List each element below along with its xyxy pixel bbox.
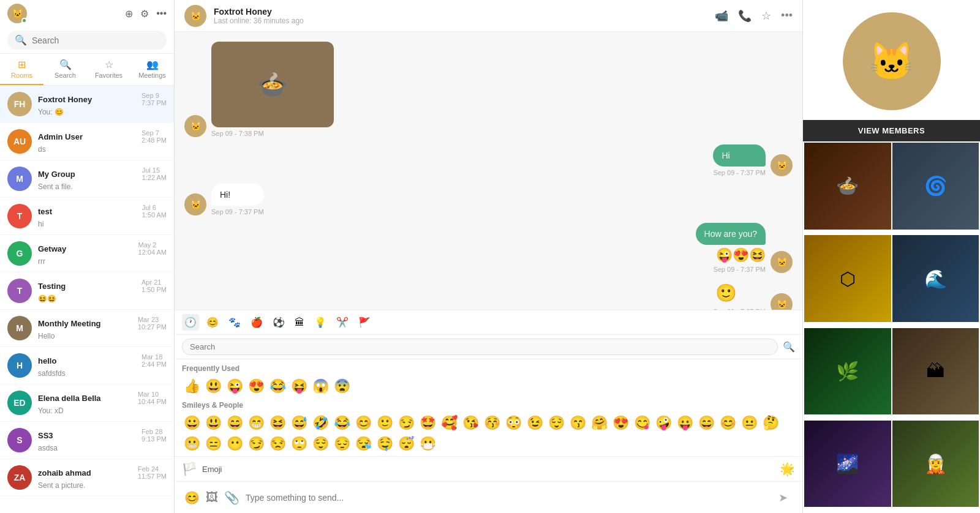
media-item[interactable]: 🌀 (892, 143, 979, 230)
emoji-item[interactable]: 🙄 (289, 434, 309, 454)
emoji-item[interactable]: 😷 (418, 434, 438, 454)
emoji-tab-recent[interactable]: 🕐 (182, 314, 199, 331)
emoji-item[interactable]: 😌 (311, 434, 331, 454)
emoji-item[interactable]: 😉 (525, 413, 545, 433)
list-item[interactable]: T Testing Apr 211:50 PM 😆😆 (0, 272, 174, 310)
emoji-item[interactable]: 😳 (503, 413, 524, 433)
emoji-item[interactable]: 😨 (332, 376, 352, 396)
phone-call-icon[interactable]: 📞 (738, 9, 752, 23)
settings-icon[interactable]: ⚙ (140, 8, 149, 20)
emoji-tab-flags[interactable]: 🚩 (356, 314, 373, 331)
emoji-item[interactable]: 🤩 (418, 413, 438, 433)
emoji-item[interactable]: 😬 (182, 434, 202, 454)
add-icon[interactable]: ⊕ (125, 8, 133, 20)
search-input[interactable] (32, 36, 159, 45)
emoji-item[interactable]: 😌 (546, 413, 567, 433)
emoji-item[interactable]: 😐 (739, 413, 760, 433)
list-item[interactable]: M Monthly Meeting Mar 2310:27 PM Hello (0, 310, 174, 347)
list-item[interactable]: ED Elena della Bella Mar 1010:44 PM You:… (0, 384, 174, 422)
emoji-item[interactable]: 😄 (696, 413, 717, 433)
search-input-wrap[interactable]: 🔍 (7, 31, 167, 50)
emoji-item[interactable]: 😪 (353, 434, 374, 454)
emoji-item[interactable]: 🤔 (761, 413, 781, 433)
emoji-item[interactable]: 🤪 (654, 413, 674, 433)
more-options-icon[interactable]: ••• (781, 9, 793, 22)
list-item[interactable]: AU Admin User Sep 72:48 PM ds (0, 123, 174, 160)
emoji-item[interactable]: 😴 (396, 434, 417, 454)
emoji-skin-tone[interactable]: 🌟 (780, 462, 795, 476)
emoji-tab-smileys[interactable]: 😊 (204, 314, 221, 331)
favorite-icon[interactable]: ☆ (761, 9, 771, 23)
emoji-item[interactable]: 😂 (268, 376, 288, 396)
attachment-button[interactable]: 📎 (224, 490, 239, 505)
emoji-tab-animals[interactable]: 🐾 (226, 314, 243, 331)
avatar[interactable]: 🐱 (7, 4, 27, 23)
emoji-search-input[interactable] (182, 339, 778, 355)
emoji-item[interactable]: 😅 (289, 413, 309, 433)
emoji-item[interactable]: 🤗 (589, 413, 609, 433)
media-item[interactable]: 🍲 (804, 143, 891, 230)
image-button[interactable]: 🖼 (206, 490, 218, 504)
list-item[interactable]: M My Group Jul 151:22 AM Sent a file. (0, 160, 174, 198)
emoji-item[interactable]: 😊 (353, 413, 374, 433)
emoji-item[interactable]: 😊 (718, 413, 738, 433)
tab-rooms[interactable]: ⊞ Rooms (0, 54, 43, 85)
media-item[interactable]: 🏔 (892, 328, 979, 415)
emoji-item[interactable]: 😍 (246, 376, 266, 396)
emoji-item[interactable]: 😏 (396, 413, 417, 433)
emoji-item[interactable]: 😋 (632, 413, 652, 433)
emoji-item[interactable]: 😃 (203, 376, 224, 396)
emoji-item[interactable]: 😶 (225, 434, 245, 454)
emoji-item[interactable]: 😑 (203, 434, 224, 454)
emoji-item[interactable]: 😛 (675, 413, 695, 433)
emoji-item[interactable]: 😏 (246, 434, 266, 454)
emoji-tab-symbols[interactable]: ✂️ (334, 314, 351, 331)
emoji-item[interactable]: 😱 (311, 376, 331, 396)
list-item[interactable]: T test Jul 61:50 AM hi (0, 198, 174, 235)
emoji-item[interactable]: 😍 (611, 413, 631, 433)
emoji-item[interactable]: 😚 (482, 413, 502, 433)
emoji-item[interactable]: 😙 (568, 413, 588, 433)
media-item[interactable]: ⬡ (804, 235, 891, 322)
emoji-item[interactable]: 👍 (182, 376, 202, 396)
emoji-tab-food[interactable]: 🍎 (248, 314, 265, 331)
emoji-item[interactable]: 🥰 (439, 413, 459, 433)
emoji-item[interactable]: 😂 (332, 413, 352, 433)
emoji-item[interactable]: 🤤 (375, 434, 395, 454)
emoji-button[interactable]: 😊 (184, 490, 200, 505)
emoji-item[interactable]: 🙂 (375, 413, 395, 433)
emoji-item[interactable]: 😝 (289, 376, 309, 396)
list-item[interactable]: S SS3 Feb 289:13 PM asdsa (0, 422, 174, 459)
list-item[interactable]: G Getway May 212:04 AM rrr (0, 235, 174, 272)
emoji-item[interactable]: 😁 (246, 413, 266, 433)
send-button[interactable]: ➤ (773, 488, 793, 507)
media-item[interactable]: 🌌 (804, 421, 891, 507)
emoji-item[interactable]: 😄 (225, 413, 245, 433)
list-item[interactable]: FH Foxtrot Honey Sep 97:37 PM You: 😊 (0, 86, 174, 123)
emoji-tab-sports[interactable]: ⚽ (270, 314, 287, 331)
list-item[interactable]: ZA zohaib ahmad Feb 2411:57 PM Sent a pi… (0, 459, 174, 496)
chat-info: Admin User Sep 72:48 PM ds (38, 129, 167, 154)
more-icon[interactable]: ••• (156, 8, 167, 19)
message-input[interactable] (246, 493, 767, 503)
emoji-item[interactable]: 😜 (225, 376, 245, 396)
tab-favorites[interactable]: ☆ Favorites (87, 54, 130, 85)
emoji-item[interactable]: 😀 (182, 413, 202, 433)
tab-search[interactable]: 🔍 Search (43, 54, 87, 85)
media-item[interactable]: 🧝 (892, 421, 979, 507)
emoji-item[interactable]: 😘 (461, 413, 481, 433)
emoji-tab-objects[interactable]: 💡 (312, 314, 329, 331)
emoji-item[interactable]: 🤣 (311, 413, 331, 433)
emoji-item[interactable]: 😃 (203, 413, 224, 433)
list-item[interactable]: H hello Mar 182:44 PM safdsfds (0, 347, 174, 384)
emoji-item[interactable]: 😔 (332, 434, 352, 454)
emoji-tab-travel[interactable]: 🏛 (292, 315, 307, 331)
chat-info: zohaib ahmad Feb 2411:57 PM Sent a pictu… (38, 465, 167, 490)
media-item[interactable]: 🌿 (804, 328, 891, 415)
tab-meetings[interactable]: 👥 Meetings (130, 54, 174, 85)
emoji-item[interactable]: 😒 (268, 434, 288, 454)
video-call-icon[interactable]: 📹 (715, 9, 728, 23)
emoji-item[interactable]: 😆 (268, 413, 288, 433)
media-item[interactable]: 🌊 (892, 235, 979, 322)
view-members-button[interactable]: VIEW MEMBERS (803, 120, 980, 141)
